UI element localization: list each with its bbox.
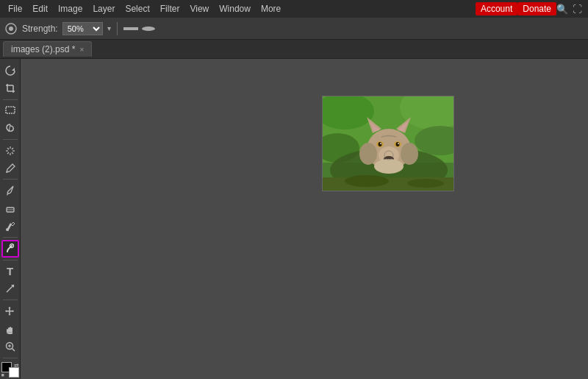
brush-options <box>123 24 156 34</box>
tool-separator-2 <box>3 139 18 140</box>
zoom-icon[interactable]: 🔍 <box>556 4 568 15</box>
rect-select-tool[interactable] <box>1 102 19 118</box>
menu-account[interactable]: Account <box>476 2 517 15</box>
document-tab[interactable]: images (2).psd * × <box>3 41 92 57</box>
svg-marker-4 <box>12 68 15 71</box>
canvas-area[interactable] <box>21 59 588 379</box>
paint-bucket-tool[interactable] <box>1 218 19 235</box>
svg-rect-9 <box>6 107 15 113</box>
strength-dropdown-arrow: ▾ <box>107 24 111 32</box>
tab-title: images (2).psd * <box>11 44 75 54</box>
strength-select[interactable]: 50% 10% 20% 30% 40% 60% 70% 80% 90% 100% <box>62 22 103 35</box>
svg-rect-2 <box>123 27 138 30</box>
text-tool-label: T <box>7 265 13 277</box>
menu-view[interactable]: View <box>184 2 214 15</box>
svg-point-49 <box>380 143 381 144</box>
tabbar: images (2).psd * × <box>0 40 588 59</box>
lasso-tool[interactable] <box>1 120 19 137</box>
menu-window[interactable]: Window <box>214 2 256 15</box>
toolbar: Strength: 50% 10% 20% 30% 40% 60% 70% 80… <box>0 18 588 40</box>
svg-point-54 <box>359 143 377 165</box>
svg-line-17 <box>12 148 13 149</box>
svg-point-58 <box>345 175 389 187</box>
menu-select[interactable]: Select <box>120 2 154 15</box>
svg-marker-24 <box>4 306 13 315</box>
fullscreen-icon[interactable]: ⛶ <box>573 4 582 15</box>
menu-image[interactable]: Image <box>53 2 87 15</box>
menu-filter[interactable]: Filter <box>155 2 185 15</box>
brush-tool[interactable] <box>1 182 19 199</box>
background-color[interactable] <box>9 367 19 378</box>
svg-point-59 <box>407 179 444 188</box>
svg-point-48 <box>396 142 400 146</box>
history-brush-tool[interactable] <box>1 62 19 79</box>
text-tool[interactable]: T <box>1 262 19 279</box>
tool-separator-5 <box>3 260 18 261</box>
svg-rect-26 <box>10 327 11 333</box>
svg-line-15 <box>7 148 9 149</box>
svg-point-47 <box>379 142 382 146</box>
path-select-tool[interactable] <box>1 280 19 297</box>
svg-rect-25 <box>8 327 10 333</box>
magic-wand-tool[interactable] <box>1 142 19 159</box>
hand-tool[interactable] <box>1 320 19 337</box>
toolbar-separator <box>117 22 118 35</box>
main-area: T <box>0 59 588 379</box>
toolbox: T <box>0 59 21 379</box>
svg-point-19 <box>6 171 7 172</box>
svg-line-30 <box>12 349 15 352</box>
brush-style-2-icon[interactable] <box>141 24 156 34</box>
strength-label: Strength: <box>22 24 58 34</box>
zoom-tool[interactable] <box>1 338 19 355</box>
menu-edit[interactable]: Edit <box>27 2 53 15</box>
svg-point-3 <box>142 26 155 31</box>
svg-point-50 <box>398 143 399 144</box>
menu-donate[interactable]: Donate <box>517 2 556 15</box>
fg-bg-colors[interactable]: ⇄ ■ <box>1 362 19 378</box>
default-colors-icon[interactable]: ■ <box>1 372 4 378</box>
tool-separator-3 <box>3 179 18 180</box>
move-tool[interactable] <box>1 302 19 319</box>
brush-style-1-icon[interactable] <box>123 24 138 34</box>
wolf-image <box>323 96 454 191</box>
svg-point-55 <box>401 143 418 165</box>
svg-point-56 <box>374 159 404 174</box>
eraser-tool[interactable] <box>1 200 19 217</box>
crop-tool[interactable] <box>1 79 19 96</box>
swap-colors-icon[interactable]: ⇄ <box>14 362 19 369</box>
menu-file[interactable]: File <box>3 2 27 15</box>
tool-separator-4 <box>3 237 18 238</box>
svg-point-1 <box>9 26 13 31</box>
menubar: File Edit Image Layer Select Filter View… <box>0 0 588 18</box>
tool-options-icon <box>4 22 18 35</box>
tab-close-button[interactable]: × <box>79 46 84 54</box>
svg-rect-27 <box>11 327 12 333</box>
document-canvas[interactable] <box>322 96 454 191</box>
tool-separator-7 <box>3 358 18 358</box>
menu-layer[interactable]: Layer <box>87 2 120 15</box>
menu-more[interactable]: More <box>256 2 286 15</box>
tool-separator-6 <box>3 300 18 300</box>
svg-line-18 <box>7 152 9 154</box>
menu-icons: 🔍 ⛶ <box>556 4 585 15</box>
svg-rect-28 <box>7 329 8 333</box>
tool-separator-1 <box>3 99 18 100</box>
eyedropper-tool[interactable] <box>1 160 19 177</box>
smudge-tool[interactable] <box>1 240 19 257</box>
svg-line-16 <box>12 152 13 154</box>
